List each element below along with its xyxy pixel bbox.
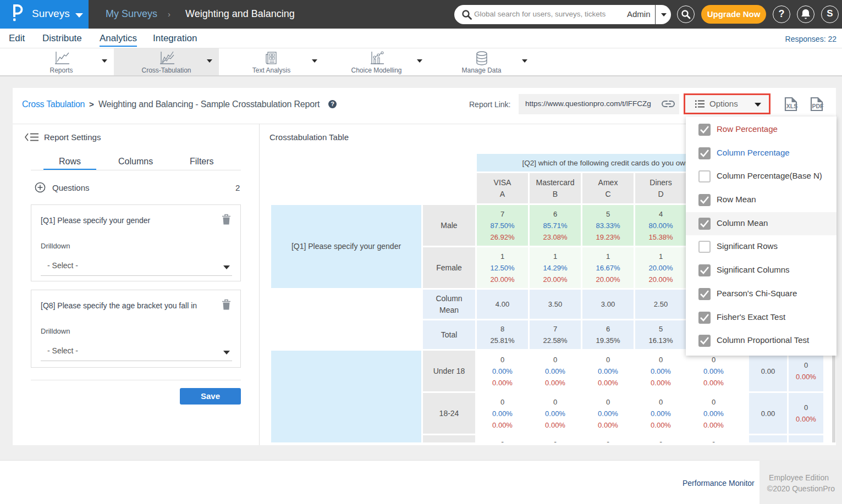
svg-text:PDF: PDF [812,103,824,109]
svg-text:XLS: XLS [786,103,797,109]
